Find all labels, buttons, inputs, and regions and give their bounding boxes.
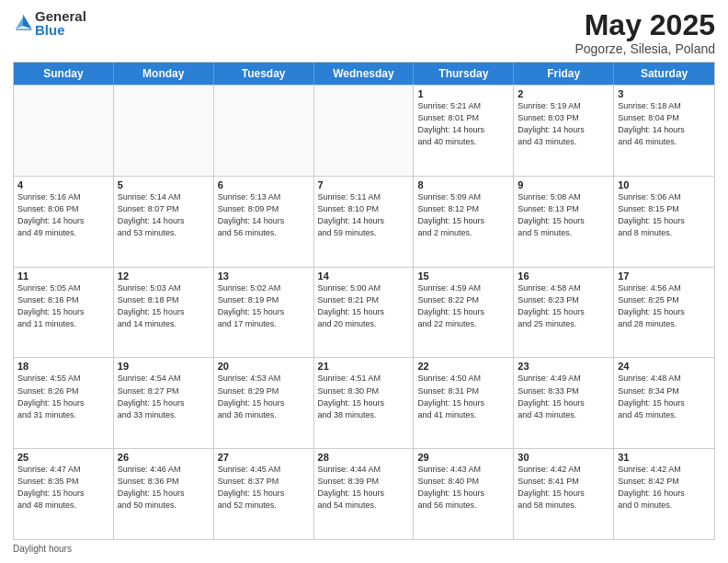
- day-info: Sunrise: 4:51 AM Sunset: 8:30 PM Dayligh…: [318, 373, 410, 420]
- logo-general: General: [35, 9, 86, 23]
- weekday-header: Wednesday: [314, 63, 415, 85]
- day-cell: 31Sunrise: 4:42 AM Sunset: 8:42 PM Dayli…: [614, 449, 714, 539]
- day-info: Sunrise: 5:11 AM Sunset: 8:10 PM Dayligh…: [318, 191, 410, 239]
- day-info: Sunrise: 5:18 AM Sunset: 8:04 PM Dayligh…: [618, 100, 711, 148]
- day-info: Sunrise: 5:14 AM Sunset: 8:07 PM Dayligh…: [118, 191, 210, 239]
- day-number: 12: [118, 270, 210, 282]
- daylight-label: Daylight hours: [13, 544, 72, 554]
- title-location: Pogorze, Silesia, Poland: [574, 41, 715, 56]
- day-info: Sunrise: 4:47 AM Sunset: 8:35 PM Dayligh…: [17, 464, 109, 511]
- day-info: Sunrise: 4:44 AM Sunset: 8:39 PM Dayligh…: [318, 464, 410, 511]
- calendar-header: SundayMondayTuesdayWednesdayThursdayFrid…: [14, 63, 714, 85]
- calendar-row: 18Sunrise: 4:55 AM Sunset: 8:26 PM Dayli…: [14, 357, 714, 448]
- day-cell: 11Sunrise: 5:05 AM Sunset: 8:16 PM Dayli…: [14, 268, 114, 358]
- day-cell: 9Sunrise: 5:08 AM Sunset: 8:13 PM Daylig…: [514, 177, 614, 267]
- day-info: Sunrise: 4:42 AM Sunset: 8:42 PM Dayligh…: [618, 464, 711, 511]
- day-cell: 12Sunrise: 5:03 AM Sunset: 8:18 PM Dayli…: [114, 268, 214, 358]
- day-cell: 6Sunrise: 5:13 AM Sunset: 8:09 PM Daylig…: [214, 177, 314, 267]
- day-cell: 21Sunrise: 4:51 AM Sunset: 8:30 PM Dayli…: [314, 358, 415, 448]
- day-info: Sunrise: 4:42 AM Sunset: 8:41 PM Dayligh…: [518, 464, 609, 511]
- day-cell: 25Sunrise: 4:47 AM Sunset: 8:35 PM Dayli…: [14, 449, 114, 539]
- day-info: Sunrise: 5:02 AM Sunset: 8:19 PM Dayligh…: [218, 282, 310, 330]
- day-cell: 3Sunrise: 5:18 AM Sunset: 8:04 PM Daylig…: [614, 86, 714, 176]
- day-info: Sunrise: 4:49 AM Sunset: 8:33 PM Dayligh…: [518, 373, 609, 420]
- weekday-header: Tuesday: [214, 63, 314, 85]
- day-number: 19: [118, 361, 210, 372]
- day-cell: 8Sunrise: 5:09 AM Sunset: 8:12 PM Daylig…: [414, 177, 514, 267]
- calendar-row: 25Sunrise: 4:47 AM Sunset: 8:35 PM Dayli…: [14, 448, 714, 539]
- day-number: 10: [618, 179, 711, 190]
- day-number: 11: [17, 270, 109, 282]
- day-cell: 27Sunrise: 4:45 AM Sunset: 8:37 PM Dayli…: [214, 449, 314, 539]
- day-info: Sunrise: 5:19 AM Sunset: 8:03 PM Dayligh…: [518, 100, 609, 148]
- footer-note: Daylight hours: [13, 544, 715, 554]
- day-cell: 29Sunrise: 4:43 AM Sunset: 8:40 PM Dayli…: [414, 449, 514, 539]
- day-info: Sunrise: 4:59 AM Sunset: 8:22 PM Dayligh…: [417, 282, 509, 330]
- title-month: May 2025: [574, 9, 715, 41]
- day-info: Sunrise: 5:08 AM Sunset: 8:13 PM Dayligh…: [518, 191, 609, 239]
- day-cell: 10Sunrise: 5:06 AM Sunset: 8:15 PM Dayli…: [614, 177, 714, 267]
- day-info: Sunrise: 4:46 AM Sunset: 8:36 PM Dayligh…: [118, 464, 210, 511]
- day-number: 4: [17, 179, 109, 190]
- calendar-row: 4Sunrise: 5:16 AM Sunset: 8:06 PM Daylig…: [14, 176, 714, 267]
- logo: General Blue: [13, 9, 86, 37]
- day-info: Sunrise: 4:48 AM Sunset: 8:34 PM Dayligh…: [618, 373, 711, 420]
- day-cell: 2Sunrise: 5:19 AM Sunset: 8:03 PM Daylig…: [514, 86, 614, 176]
- day-number: 22: [417, 361, 509, 372]
- day-number: 30: [518, 452, 609, 463]
- empty-cell: [214, 86, 314, 176]
- day-number: 16: [518, 270, 609, 282]
- empty-cell: [114, 86, 214, 176]
- day-cell: 19Sunrise: 4:54 AM Sunset: 8:27 PM Dayli…: [114, 358, 214, 448]
- day-number: 21: [318, 361, 410, 372]
- day-number: 3: [618, 88, 711, 99]
- day-number: 20: [218, 361, 310, 372]
- day-cell: 20Sunrise: 4:53 AM Sunset: 8:29 PM Dayli…: [214, 358, 314, 448]
- day-cell: 22Sunrise: 4:50 AM Sunset: 8:31 PM Dayli…: [414, 358, 514, 448]
- header: General Blue May 2025 Pogorze, Silesia, …: [13, 9, 715, 56]
- weekday-header: Monday: [114, 63, 214, 85]
- day-cell: 26Sunrise: 4:46 AM Sunset: 8:36 PM Dayli…: [114, 449, 214, 539]
- svg-marker-1: [16, 17, 23, 29]
- weekday-header: Sunday: [14, 63, 114, 85]
- day-number: 27: [218, 452, 310, 463]
- day-info: Sunrise: 5:00 AM Sunset: 8:21 PM Dayligh…: [318, 282, 410, 330]
- day-number: 28: [318, 452, 410, 463]
- day-number: 14: [318, 270, 410, 282]
- calendar-row: 1Sunrise: 5:21 AM Sunset: 8:01 PM Daylig…: [14, 85, 714, 176]
- day-cell: 17Sunrise: 4:56 AM Sunset: 8:25 PM Dayli…: [614, 268, 714, 358]
- day-number: 15: [417, 270, 509, 282]
- day-info: Sunrise: 5:13 AM Sunset: 8:09 PM Dayligh…: [218, 191, 310, 239]
- day-number: 23: [518, 361, 609, 372]
- calendar-body: 1Sunrise: 5:21 AM Sunset: 8:01 PM Daylig…: [14, 85, 714, 539]
- day-info: Sunrise: 4:54 AM Sunset: 8:27 PM Dayligh…: [118, 373, 210, 420]
- weekday-header: Friday: [514, 63, 614, 85]
- day-info: Sunrise: 4:45 AM Sunset: 8:37 PM Dayligh…: [218, 464, 310, 511]
- day-number: 2: [518, 88, 609, 99]
- day-number: 7: [318, 179, 410, 190]
- day-info: Sunrise: 5:06 AM Sunset: 8:15 PM Dayligh…: [618, 191, 711, 239]
- day-info: Sunrise: 4:50 AM Sunset: 8:31 PM Dayligh…: [417, 373, 509, 420]
- day-number: 1: [417, 88, 509, 99]
- weekday-header: Thursday: [414, 63, 514, 85]
- empty-cell: [314, 86, 415, 176]
- logo-blue: Blue: [35, 23, 86, 37]
- day-cell: 5Sunrise: 5:14 AM Sunset: 8:07 PM Daylig…: [114, 177, 214, 267]
- day-cell: 15Sunrise: 4:59 AM Sunset: 8:22 PM Dayli…: [414, 268, 514, 358]
- day-cell: 16Sunrise: 4:58 AM Sunset: 8:23 PM Dayli…: [514, 268, 614, 358]
- day-info: Sunrise: 4:53 AM Sunset: 8:29 PM Dayligh…: [218, 373, 310, 420]
- day-number: 29: [417, 452, 509, 463]
- day-info: Sunrise: 4:58 AM Sunset: 8:23 PM Dayligh…: [518, 282, 609, 330]
- day-number: 31: [618, 452, 711, 463]
- day-info: Sunrise: 4:43 AM Sunset: 8:40 PM Dayligh…: [417, 464, 509, 511]
- calendar: SundayMondayTuesdayWednesdayThursdayFrid…: [13, 62, 715, 540]
- day-cell: 28Sunrise: 4:44 AM Sunset: 8:39 PM Dayli…: [314, 449, 415, 539]
- day-info: Sunrise: 5:16 AM Sunset: 8:06 PM Dayligh…: [17, 191, 109, 239]
- day-cell: 4Sunrise: 5:16 AM Sunset: 8:06 PM Daylig…: [14, 177, 114, 267]
- logo-text: General Blue: [35, 9, 86, 37]
- day-number: 26: [118, 452, 210, 463]
- day-cell: 13Sunrise: 5:02 AM Sunset: 8:19 PM Dayli…: [214, 268, 314, 358]
- day-number: 18: [17, 361, 109, 372]
- day-number: 5: [118, 179, 210, 190]
- logo-icon: [13, 13, 33, 33]
